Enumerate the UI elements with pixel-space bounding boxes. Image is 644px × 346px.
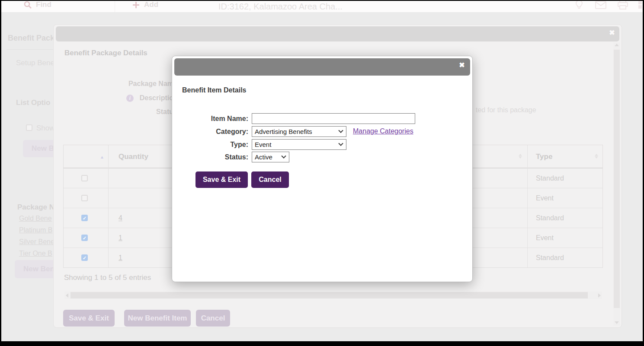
scroll-up-icon[interactable] [615, 44, 619, 46]
show-checkbox-label: Show [36, 124, 55, 133]
search-icon [24, 1, 32, 9]
print-button[interactable] [617, 1, 628, 11]
quantity-link[interactable]: 1 [119, 248, 122, 268]
package-modal-header [56, 26, 619, 41]
package-name-column-header: Package N [17, 203, 54, 212]
package-link-platinum[interactable]: Platinum B [19, 226, 54, 234]
horizontal-scrollbar-thumb[interactable] [70, 292, 588, 298]
package-link-gold[interactable]: Gold Bene [19, 215, 54, 222]
tab-setup-benefits[interactable]: Setup Bene [16, 59, 54, 67]
package-note-text: ted for this package [476, 106, 536, 114]
type-cell: Standard [536, 248, 564, 268]
package-link-silver[interactable]: Silver Bene [19, 238, 54, 246]
add-menu[interactable]: Add [132, 1, 158, 11]
column-header-type[interactable]: Type [536, 145, 552, 168]
type-cell: Standard [536, 168, 564, 188]
package-links-list: Gold Bene Platinum B Silver Bene Tier On… [19, 215, 54, 261]
find-label: Find [36, 1, 51, 9]
item-name-row: Item Name: [172, 113, 415, 124]
row-checkbox[interactable] [81, 235, 88, 241]
column-header-quantity[interactable]: Quantity [119, 145, 148, 168]
item-name-label: Item Name: [172, 115, 252, 123]
type-select[interactable]: Event [252, 139, 346, 150]
list-options-heading: List Optio [16, 98, 50, 107]
quantity-link[interactable]: 4 [119, 208, 122, 228]
type-row: Type: Event [172, 139, 346, 150]
category-row: Category: Advertising Benefits [172, 126, 346, 137]
row-checkbox[interactable] [81, 175, 88, 181]
page-title: Benefit Pack [8, 34, 54, 43]
type-select-value: Event [255, 141, 271, 148]
row-checkbox[interactable] [81, 215, 88, 221]
sort-icon[interactable] [595, 154, 598, 159]
chevron-down-icon [338, 128, 343, 133]
package-name-label: Package Nam [65, 80, 173, 88]
messages-button[interactable] [595, 1, 607, 11]
category-select[interactable]: Advertising Benefits [252, 126, 346, 137]
category-label: Category: [172, 128, 252, 136]
show-checkbox[interactable] [26, 124, 32, 131]
envelope-icon [595, 1, 607, 10]
category-select-value: Advertising Benefits [255, 128, 312, 135]
status-label: Status: [172, 153, 252, 161]
benefit-item-details-modal: ✖ Benefit Item Details Item Name: Catego… [172, 56, 473, 282]
new-benefit-button[interactable]: New Ben [15, 260, 56, 278]
status-row: Status: Active [172, 152, 289, 162]
description-label: Descriptio [65, 94, 173, 102]
top-navigation-bar: Find Add ID:3162, Kalamazoo Area Cha... [1, 1, 643, 12]
status-select[interactable]: Active [252, 152, 289, 162]
topbar-divider [115, 1, 115, 12]
chevron-down-icon [338, 141, 343, 146]
manage-categories-link[interactable]: Manage Categories [353, 127, 413, 135]
tips-button[interactable] [575, 1, 583, 11]
item-modal-title: Benefit Item Details [182, 86, 246, 94]
item-modal-header [174, 58, 470, 76]
vertical-scrollbar-thumb[interactable] [614, 50, 620, 308]
plus-icon [132, 1, 140, 9]
package-save-exit-button[interactable]: Save & Exit [63, 310, 115, 327]
status-label: Statu [65, 108, 173, 116]
chevron-down-icon [281, 153, 286, 158]
quantity-link[interactable]: 1 [119, 228, 122, 248]
new-package-button[interactable]: New B [23, 140, 55, 157]
scroll-left-icon[interactable] [66, 293, 68, 298]
item-cancel-button[interactable]: Cancel [251, 171, 289, 188]
item-name-input[interactable] [252, 113, 415, 124]
package-modal-title: Benefit Package Details [64, 49, 147, 57]
vertical-scrollbar[interactable] [613, 42, 620, 325]
record-title: ID:3162, Kalamazoo Area Cha... [218, 2, 343, 12]
apps-button[interactable] [638, 1, 643, 11]
type-cell: Event [536, 228, 554, 248]
type-label: Type: [172, 141, 252, 149]
status-select-value: Active [255, 153, 272, 161]
row-checkbox[interactable] [81, 195, 88, 201]
type-cell: Standard [536, 208, 564, 228]
item-modal-close-icon[interactable]: ✖ [458, 60, 466, 69]
item-save-exit-button[interactable]: Save & Exit [195, 171, 248, 188]
new-benefit-item-button[interactable]: New Benefit Item [124, 310, 191, 327]
add-label: Add [144, 1, 158, 9]
sort-ascending-icon[interactable]: ▲ [100, 155, 104, 159]
tab-panel-border [6, 49, 56, 50]
horizontal-scrollbar[interactable] [64, 292, 602, 299]
grid-icon [638, 1, 643, 9]
package-link-tier-one[interactable]: Tier One B [19, 250, 54, 257]
type-cell: Event [536, 188, 554, 208]
sort-icon[interactable] [519, 154, 522, 159]
lightbulb-icon [575, 1, 583, 10]
find-menu[interactable]: Find [24, 1, 51, 11]
table-summary-text: Showing 1 to 5 of 5 entries [64, 273, 151, 282]
scroll-down-icon[interactable] [615, 321, 619, 324]
app-window: Find Add ID:3162, Kalamazoo Area Cha... [1, 1, 643, 341]
package-modal-close-icon[interactable]: ✖ [608, 28, 616, 37]
scroll-right-icon[interactable] [598, 293, 601, 298]
row-checkbox[interactable] [81, 254, 88, 261]
package-cancel-button[interactable]: Cancel [196, 310, 230, 327]
printer-icon [617, 1, 628, 10]
